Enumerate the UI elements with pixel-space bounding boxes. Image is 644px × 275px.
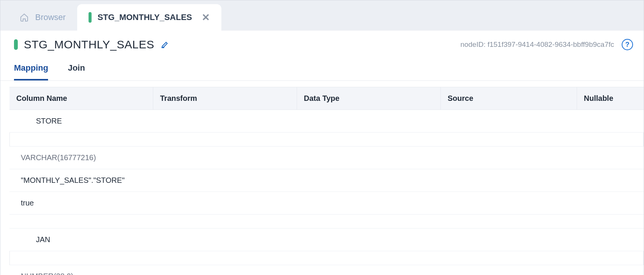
home-icon xyxy=(19,13,29,22)
cell-nullable[interactable]: true xyxy=(9,192,644,215)
cell-column-name[interactable]: STORE xyxy=(9,110,644,133)
table-wrap: Column Name Transform Data Type Source N… xyxy=(0,81,644,275)
cell-column-name[interactable]: JAN xyxy=(9,229,644,251)
cell-data-type[interactable]: VARCHAR(16777216) xyxy=(9,147,644,169)
tab-bar: Browser STG_MONTHLY_SALES ✕ xyxy=(0,0,644,31)
sub-tab-join[interactable]: Join xyxy=(68,60,85,80)
edit-icon[interactable] xyxy=(160,40,170,49)
col-header-source[interactable]: Source xyxy=(441,87,577,110)
tab-browser-label: Browser xyxy=(35,12,66,22)
title-accent-bar xyxy=(14,39,18,50)
col-header-data-type[interactable]: Data Type xyxy=(297,87,441,110)
help-icon[interactable]: ? xyxy=(622,39,633,50)
tab-active-label: STG_MONTHLY_SALES xyxy=(98,12,192,22)
node-id: nodeID: f151f397-9414-4082-9634-bbff9b9c… xyxy=(460,40,614,49)
cell-transform[interactable] xyxy=(9,251,644,265)
sub-tabs: Mapping Join xyxy=(0,54,644,81)
header-row: STG_MONTHLY_SALES nodeID: f151f397-9414-… xyxy=(0,31,644,54)
table-header: Column Name Transform Data Type Source N… xyxy=(9,87,644,110)
col-header-nullable[interactable]: Nullable xyxy=(577,87,644,110)
cell-transform[interactable] xyxy=(9,133,644,147)
tab-browser[interactable]: Browser xyxy=(8,4,77,31)
col-header-column-name[interactable]: Column Name xyxy=(9,87,153,110)
tab-active[interactable]: STG_MONTHLY_SALES ✕ xyxy=(77,4,222,31)
col-header-transform[interactable]: Transform xyxy=(153,87,297,110)
close-icon[interactable]: ✕ xyxy=(202,12,210,23)
cell-source[interactable]: "MONTHLY_SALES"."STORE" xyxy=(9,169,644,192)
tab-accent-bar xyxy=(89,12,92,23)
page-title: STG_MONTHLY_SALES xyxy=(24,38,154,51)
cell-data-type[interactable]: NUMBER(38,0) xyxy=(9,265,644,275)
sub-tab-mapping[interactable]: Mapping xyxy=(14,60,48,80)
cell-des[interactable] xyxy=(9,215,644,229)
